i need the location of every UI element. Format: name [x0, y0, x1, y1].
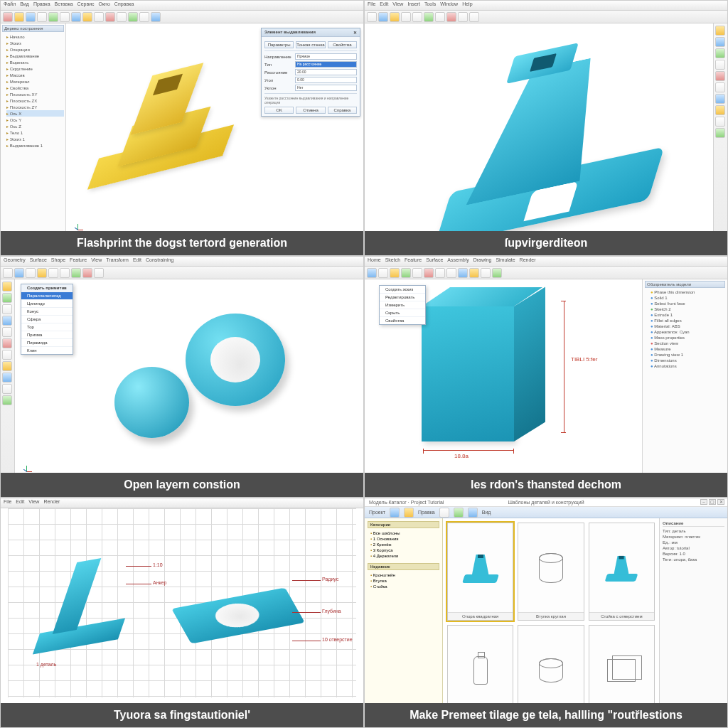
tool-icon[interactable]	[2, 395, 12, 405]
tool-icon[interactable]	[715, 71, 725, 81]
p5-menubar[interactable]: FileEditViewRender	[1, 498, 363, 508]
p4-3d-viewport[interactable]	[422, 306, 514, 441]
tool-icon[interactable]	[2, 373, 12, 382]
tool-icon[interactable]	[2, 384, 12, 394]
tool-icon[interactable]	[2, 338, 12, 348]
tool-icon[interactable]	[715, 37, 725, 47]
panel-2: FileEditViewInsertToolsWindowHelp ſupvir…	[364, 0, 728, 256]
tool-icon[interactable]	[715, 82, 725, 92]
ok-button[interactable]: OK	[264, 107, 294, 114]
p1-menubar[interactable]: ФайлВидПравкаВставкаСервисОкноСправка	[1, 1, 363, 11]
caption-6: Make Premeet tilage ge tela, hallling "r…	[365, 703, 727, 727]
caption-1: Flashprint the dogst tertord generation	[1, 231, 363, 255]
tool-icon[interactable]	[2, 316, 12, 326]
tool-icon[interactable]	[715, 128, 725, 138]
maximize-icon[interactable]: ▢	[709, 499, 716, 505]
thumb-item[interactable]: Опора квадратная	[447, 523, 513, 621]
panel-4: HomeSketchFeatureSurfaceAssemblyDrawingS…	[364, 256, 728, 498]
p6-details-panel: Описание Тип: детальМатериал: пластикЕд.…	[659, 518, 727, 727]
p6-thumbnail-grid[interactable]: Опора квадратная Втулка круглая Стойка с…	[443, 518, 659, 727]
panel-3: GeometrySurfaceShapeFeatureViewTransform…	[0, 256, 364, 498]
p4-model-browser[interactable]: Обозреватель модели Phase this dimension…	[642, 279, 727, 488]
tool-icon[interactable]	[2, 361, 12, 371]
tool-icon[interactable]	[390, 508, 400, 518]
tool-icon[interactable]	[715, 105, 725, 115]
p4-toolbar[interactable]	[365, 267, 727, 279]
p6-window-titlebar: Модель-Каталог · Project Tutorial Шаблон…	[365, 498, 727, 507]
p2-toolbar[interactable]	[365, 11, 727, 23]
thumb-item[interactable]: Стойка с отверстием	[589, 523, 655, 621]
tool-icon[interactable]	[454, 508, 464, 518]
thumb-item[interactable]: Втулка круглая	[518, 523, 584, 621]
p3-left-iconbar[interactable]	[1, 279, 15, 488]
p3-toolbar[interactable]	[1, 267, 363, 279]
caption-4: les rdon's thansted dechom	[365, 473, 727, 497]
tool-icon[interactable]	[715, 60, 725, 70]
help-button[interactable]: Справка	[328, 107, 357, 114]
p1-toolbar[interactable]	[1, 11, 363, 23]
caption-2: ſupvirgerditeon	[365, 231, 727, 255]
caption-5: Tyuora sa fingstautioniel'	[1, 703, 363, 727]
dim-width	[423, 450, 514, 451]
p2-menubar[interactable]: FileEditViewInsertToolsWindowHelp	[365, 1, 727, 11]
p5-grid-plane[interactable]	[8, 508, 356, 697]
tool-icon[interactable]	[715, 48, 725, 58]
p1-extrude-dialog[interactable]: Элемент выдавливания✕ Параметры Тонкая с…	[261, 28, 360, 117]
minimize-icon[interactable]: –	[700, 499, 707, 505]
tool-icon[interactable]	[715, 117, 725, 127]
p6-toolbar[interactable]: Проект Правка Вид	[365, 507, 727, 518]
p1-feature-tree[interactable]: Дерево построения НачалоЭскизОперации Вы…	[1, 23, 66, 255]
close-icon[interactable]: ✕	[717, 499, 724, 505]
tool-icon[interactable]	[2, 327, 12, 337]
panel-6: Модель-Каталог · Project Tutorial Шаблон…	[364, 498, 728, 728]
p4-menubar[interactable]: HomeSketchFeatureSurfaceAssemblyDrawingS…	[365, 257, 727, 267]
p3-menubar[interactable]: GeometrySurfaceShapeFeatureViewTransform…	[1, 257, 363, 267]
tool-icon[interactable]	[2, 304, 12, 314]
tool-icon[interactable]	[2, 293, 12, 303]
p4-context-menu[interactable]: Создать эскиз Редактировать Измерить Скр…	[379, 285, 426, 325]
tool-icon[interactable]	[715, 26, 725, 36]
caption-3: Open layern constion	[1, 473, 363, 497]
panel-5: FileEditViewRender 1:10 Анкер 1 деталь Р…	[0, 498, 364, 728]
p3-context-menu[interactable]: Создать примитив Параллелепипед Цилиндр …	[21, 284, 73, 355]
close-icon[interactable]: ✕	[353, 30, 357, 35]
panel-1: ФайлВидПравкаВставкаСервисОкноСправка Де…	[0, 0, 364, 256]
p6-category-panel[interactable]: Категории Все шаблоны1 Основания2 Крепёж…	[365, 518, 443, 727]
cancel-button[interactable]: Отмена	[296, 107, 325, 114]
tool-icon[interactable]	[468, 508, 478, 518]
tool-icon[interactable]	[439, 508, 449, 518]
p2-right-iconbar[interactable]	[713, 23, 727, 247]
tool-icon[interactable]	[715, 94, 725, 104]
tool-icon[interactable]	[2, 350, 12, 360]
tool-icon[interactable]	[404, 508, 414, 518]
tool-icon[interactable]	[2, 282, 12, 291]
dim-height	[564, 301, 564, 433]
